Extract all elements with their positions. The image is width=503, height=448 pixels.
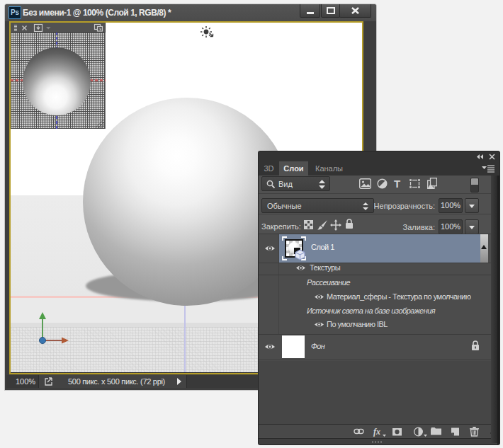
svg-text:fx: fx [373, 427, 380, 437]
